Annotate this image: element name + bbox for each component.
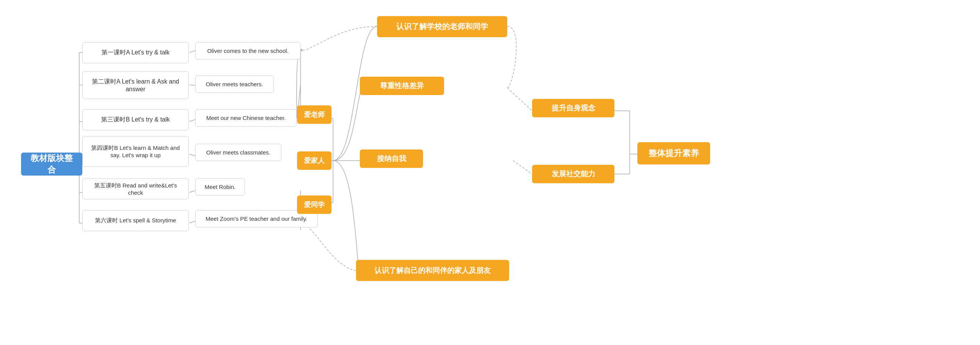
lesson1-box: 第一课时A Let's try & talk [82,42,189,63]
tisheng-guannian-node: 提升自身观念 [532,99,614,117]
lesson3-box: 第三课时B Let's try & talk [82,109,189,130]
lesson4-box: 第四课时B Let's learn & Match and say. Let's… [82,136,189,167]
svg-line-15 [189,221,195,223]
lesson1-desc: Oliver comes to the new school. [195,42,301,59]
lesson3-desc: Meet our new Chinese teacher. [195,109,297,127]
lesson4-desc: Oliver meets classmates. [195,144,281,161]
renshi-jiaoshi-node: 认识了解学校的老师和同学 [377,16,507,37]
svg-line-12 [189,120,195,122]
jieshou-ziwo-node: 接纳自我 [360,150,423,168]
svg-line-10 [189,51,195,53]
renshi-jiaren-node: 认识了解自己的和同伴的家人及朋友 [356,260,509,281]
zunzhong-node: 尊重性格差异 [360,77,444,95]
lesson2-box: 第二课时A Let's learn & Ask and answer [82,71,189,99]
svg-line-14 [189,191,195,192]
ai-laoshi-node: 爱老师 [297,105,332,124]
lesson5-desc: Meet Robin. [195,178,245,196]
svg-line-13 [189,154,195,156]
lesson5-box: 第五课时B Read and write&Let's check [82,178,189,199]
lesson2-desc: Oliver meets teachers. [195,76,274,93]
mind-map-canvas: 教材版块整合 第一课时A Let's try & talk Oliver com… [0,0,980,345]
svg-line-28 [513,161,532,174]
ai-tongxue-node: 爱同学 [297,196,332,214]
zhengti-suzhi-node: 整体提升素养 [637,142,710,164]
ai-jiaren-node: 爱家人 [297,151,332,170]
lesson6-box: 第六课时 Let's spell & Storytime [82,210,189,231]
fazhan-shejiao-node: 发展社交能力 [532,165,614,183]
svg-line-27 [507,88,532,111]
root-node: 教材版块整合 [21,153,82,176]
